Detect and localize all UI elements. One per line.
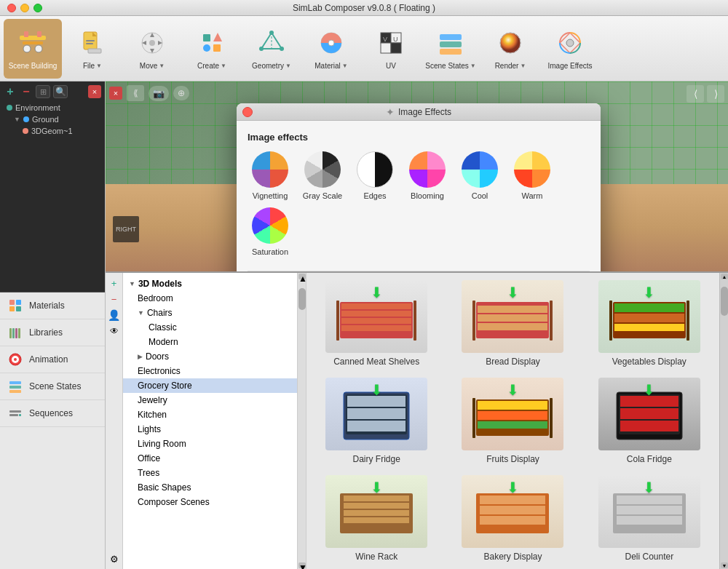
tree-classic[interactable]: Classic (123, 320, 297, 335)
remove-icon[interactable]: − (20, 85, 33, 98)
settings-tree-icon[interactable]: ⚙ (108, 552, 121, 565)
tree-grocery-store[interactable]: Grocery Store (123, 378, 297, 393)
effect-grayscale[interactable]: Gray Scale (300, 151, 345, 200)
render-label: Render (495, 62, 519, 70)
tree-item-environment[interactable]: Environment (4, 102, 101, 114)
tree-item-3dgeom[interactable]: 3DGeom~1 (4, 125, 101, 137)
sidebar-item-animation[interactable]: Animation (0, 346, 105, 373)
search-icon[interactable]: 🔍 (53, 85, 68, 98)
tree-eye-icon[interactable]: 👁 (108, 325, 121, 338)
tree-basic-shapes[interactable]: Basic Shapes (123, 480, 297, 495)
toolbar-item-geometry[interactable]: Geometry ▼ (242, 19, 301, 79)
scroll-thumb[interactable] (298, 288, 306, 310)
sidebar-item-sequences[interactable]: Sequences (0, 400, 105, 427)
modal-close-button[interactable]: × (242, 107, 253, 117)
scroll-down-button[interactable]: ▼ (298, 562, 306, 568)
svg-rect-67 (478, 314, 547, 322)
thumb-bread[interactable]: ⬇ Bread Display (450, 280, 575, 367)
tree-root[interactable]: ▼ 3D Models (123, 276, 297, 291)
root-label: 3D Models (138, 279, 182, 289)
toolbar-item-move[interactable]: Move ▼ (123, 19, 181, 79)
add-icon[interactable]: + (4, 85, 17, 98)
thumb-item8[interactable]: ⬇ Bakery Display (450, 475, 575, 562)
sidebar-item-libraries[interactable]: Libraries (0, 319, 105, 346)
tree-chairs[interactable]: ▼ Chairs (123, 306, 297, 320)
tree-trees[interactable]: Trees (123, 466, 297, 480)
svg-rect-91 (620, 408, 678, 419)
thumbnails-scrollbar[interactable]: ▲ ▼ (719, 273, 728, 569)
download-arrow-icon-5: ⬇ (507, 381, 519, 399)
toolbar-item-scene-states[interactable]: Scene States ▼ (422, 19, 480, 79)
thumb-dairy-img: ⬇ (325, 378, 427, 450)
toolbar-item-uv[interactable]: V U UV (362, 19, 420, 79)
sidebar-item-materials[interactable]: Materials (0, 293, 105, 319)
tree-kitchen[interactable]: Kitchen (123, 407, 297, 422)
tree-jewelry[interactable]: Jewelry (123, 393, 297, 407)
geometry-icon (256, 27, 288, 59)
thumb-vegetables[interactable]: ⬇ Vegetables Display (587, 280, 712, 367)
tree-living-room[interactable]: Living Room (123, 437, 297, 451)
libraries-label: Libraries (29, 327, 63, 338)
toolbar-item-material[interactable]: Material ▼ (302, 19, 360, 79)
thumb-item9[interactable]: ⬇ Deli Counter (587, 475, 712, 562)
tree-electronics[interactable]: Electronics (123, 364, 297, 378)
toolbar-item-scene-building[interactable]: Scene Building (4, 19, 62, 79)
maximize-button[interactable] (33, 4, 42, 12)
tree-bedroom[interactable]: Bedroom (123, 291, 297, 306)
toolbar-item-render[interactable]: Render ▼ (481, 19, 539, 79)
thumb-cola[interactable]: ⬇ Cola Fridge (587, 378, 712, 464)
svg-rect-101 (480, 516, 545, 525)
svg-rect-72 (614, 303, 684, 312)
tree-sidebar-buttons: + − 👤 👁 ⚙ (106, 273, 123, 569)
tree-modern[interactable]: Modern (123, 335, 297, 349)
thumb-scroll-up[interactable]: ▲ (721, 274, 728, 279)
animation-label: Animation (29, 354, 68, 365)
svg-rect-84 (478, 411, 547, 420)
toolbar-item-image-effects[interactable]: Image Effects (541, 19, 599, 79)
download-arrow-icon-6: ⬇ (643, 381, 655, 399)
geometry-label: Geometry (252, 62, 284, 70)
thumb-scroll-down[interactable]: ▼ (721, 562, 728, 568)
tree-lights[interactable]: Lights (123, 422, 297, 437)
toolbar-item-create[interactable]: Create ▼ (183, 19, 241, 79)
download-arrow-icon: ⬇ (371, 284, 383, 301)
svg-rect-45 (9, 328, 12, 338)
tree-office[interactable]: Office (123, 451, 297, 466)
close-icon[interactable]: × (88, 85, 101, 98)
remove-tree-button[interactable]: − (108, 293, 121, 306)
sequences-icon (7, 405, 23, 421)
add-tree-button[interactable]: + (108, 276, 121, 290)
effect-warm[interactable]: Warm (510, 151, 555, 200)
thumb-fruits[interactable]: ⬇ Fruits Display (450, 378, 575, 464)
toolbar-item-file[interactable]: File ▼ (63, 19, 122, 79)
close-button[interactable] (7, 4, 16, 12)
saturation-icon (252, 207, 288, 244)
thumb-canned-meat-img: ⬇ (325, 280, 427, 353)
thumb-canned-meat[interactable]: ⬇ Canned Meat Shelves (314, 280, 439, 367)
effect-edges[interactable]: Edges (352, 151, 397, 200)
minimize-button[interactable] (20, 4, 29, 12)
effect-blooming[interactable]: Blooming (405, 151, 450, 200)
sidebar-item-scene-states[interactable]: Scene States (0, 373, 105, 400)
thumb-item7[interactable]: ⬇ Wine Rack (314, 475, 439, 562)
svg-rect-30 (381, 43, 391, 53)
person-icon[interactable]: 👤 (108, 309, 121, 322)
tree-composer-scenes[interactable]: Composer Scenes (123, 495, 297, 509)
move-arrow: ▼ (159, 63, 165, 69)
grid-icon[interactable]: ⊞ (36, 85, 50, 98)
thumb-dairy[interactable]: ⬇ Dairy Fridge (314, 378, 439, 464)
thumb-fruits-label: Fruits Display (486, 454, 539, 464)
effect-cool[interactable]: Cool (457, 151, 502, 200)
thumb-scroll-thumb[interactable] (721, 287, 728, 316)
tree-item-ground[interactable]: ▼ Ground (4, 114, 101, 125)
scroll-up-button[interactable]: ▲ (298, 274, 306, 279)
image-effects-label: Image Effects (548, 62, 593, 70)
cool-label: Cool (472, 191, 488, 200)
svg-rect-85 (478, 421, 547, 429)
effect-vignetting[interactable]: Vignetting (248, 151, 293, 200)
svg-rect-76 (687, 301, 689, 341)
tree-doors[interactable]: ▶ Doors (123, 349, 297, 364)
render-arrow: ▼ (520, 63, 526, 69)
effect-saturation[interactable]: Saturation (248, 207, 293, 256)
file-tree-scrollbar[interactable]: ▲ ▼ (298, 273, 306, 569)
